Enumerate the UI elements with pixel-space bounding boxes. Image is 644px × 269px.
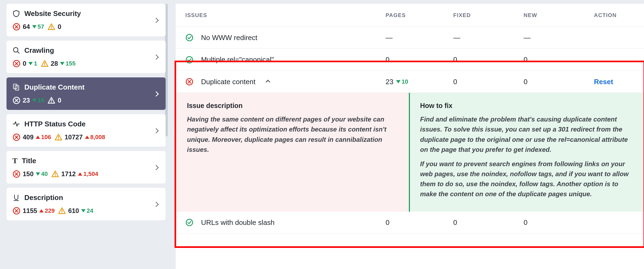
warning-icon <box>51 170 59 178</box>
warning-count: 0 <box>58 22 61 31</box>
issue-description-panel: Issue descriptionHaving the same content… <box>176 93 410 212</box>
pages-value: — <box>386 33 393 42</box>
warning-delta: 155 <box>60 60 75 68</box>
error-delta: 10 <box>32 96 44 105</box>
error-icon <box>12 96 21 104</box>
fixed-value: 0 <box>453 55 524 64</box>
warning-count: 28 <box>51 59 58 68</box>
warning-count: 10727 <box>65 133 83 142</box>
sidebar-item-http[interactable]: HTTP Status Code409106107278,008 <box>6 114 166 147</box>
issue-description-body: Having the same content on different pag… <box>187 114 397 155</box>
sidebar-item-label: Website Security <box>24 9 160 18</box>
error-count: 150 <box>23 169 34 179</box>
warning-icon <box>47 23 55 31</box>
warning-delta: 8,008 <box>85 133 105 142</box>
warning-icon <box>54 133 63 141</box>
error-delta: 40 <box>36 170 48 178</box>
chevron-right-icon <box>154 126 158 135</box>
issue-name: Multiple rel="canonical" <box>201 55 274 64</box>
new-value: 0 <box>524 55 594 64</box>
warning-count: 610 <box>68 206 79 215</box>
table-row[interactable]: URLs with double slash000 <box>176 212 644 234</box>
issue-name: Duplicate content <box>201 77 255 87</box>
sidebar-item-label: HTTP Status Code <box>24 119 160 129</box>
error-count: 23 <box>23 96 30 105</box>
how-to-fix-body-1: Find and eliminate the problem that's ca… <box>420 114 633 155</box>
warning-count: 1712 <box>61 169 76 179</box>
table-header: ISSUES PAGES FIXED NEW ACTION <box>176 4 644 27</box>
col-action: ACTION <box>594 11 644 19</box>
sidebar-stats: 64570 <box>12 22 160 31</box>
col-pages: PAGES <box>386 11 453 19</box>
error-count: 0 <box>23 59 26 68</box>
error-icon <box>12 23 21 31</box>
sidebar-item-label: Description <box>24 193 160 202</box>
chevron-right-icon <box>154 15 158 25</box>
warning-delta: 1,504 <box>78 170 98 178</box>
error-delta: 57 <box>32 23 44 31</box>
fixed-value: — <box>453 33 524 42</box>
col-new: NEW <box>524 11 594 19</box>
warning-icon <box>47 97 55 104</box>
search-icon <box>12 47 20 54</box>
sidebar-stats: 115522961024 <box>12 206 160 215</box>
error-delta: 106 <box>36 133 51 142</box>
issue-name: No WWW redirect <box>201 33 257 42</box>
how-to-fix-body-2: If you want to prevent search engines fr… <box>420 159 633 199</box>
sidebar-item-label: Crawling <box>24 45 160 55</box>
issue-description-title: Issue description <box>187 101 397 110</box>
chevron-right-icon <box>154 52 158 61</box>
table-row[interactable]: Multiple rel="canonical"000 <box>176 49 644 71</box>
reset-link[interactable]: Reset <box>594 78 613 86</box>
error-count: 409 <box>23 133 34 142</box>
error-icon <box>12 207 21 215</box>
sidebar-item-crawling[interactable]: Crawling0128155 <box>6 41 166 73</box>
error-count: 1155 <box>23 206 37 215</box>
fixed-value: 0 <box>453 77 524 87</box>
table-row[interactable]: No WWW redirect——— <box>176 27 644 49</box>
copy-icon <box>12 83 20 91</box>
error-delta: 1 <box>28 60 37 68</box>
how-to-fix-title: How to fix <box>420 101 633 110</box>
collapse-icon[interactable] <box>265 80 270 84</box>
status-icon <box>185 56 193 64</box>
chevron-right-icon <box>154 199 158 209</box>
sidebar-item-security[interactable]: Website Security64570 <box>6 4 166 36</box>
activity-icon <box>12 120 20 128</box>
pages-value: 0 <box>386 55 389 64</box>
table-row[interactable]: Duplicate content231000Reset <box>176 71 644 93</box>
warning-icon <box>41 60 49 67</box>
chevron-right-icon <box>154 89 158 98</box>
shield-icon <box>12 10 20 17</box>
warning-count: 0 <box>58 96 61 105</box>
sidebar-item-duplicate[interactable]: Duplicate Content23100 <box>6 77 166 110</box>
chevron-right-icon <box>154 163 158 172</box>
underline-icon <box>12 194 20 201</box>
how-to-fix-panel: How to fixFind and eliminate the problem… <box>410 93 644 212</box>
col-fixed: FIXED <box>453 11 524 19</box>
sidebar-item-title[interactable]: TTitle1504017121,504 <box>6 151 166 183</box>
title-icon: T <box>12 157 18 165</box>
status-icon <box>185 34 193 42</box>
sidebar-stats: 0128155 <box>12 59 160 68</box>
issue-detail-panel: Issue descriptionHaving the same content… <box>176 93 644 212</box>
pages-value: 0 <box>386 218 389 227</box>
error-icon <box>12 133 21 141</box>
error-icon <box>12 170 21 178</box>
new-value: — <box>524 33 594 42</box>
issue-name: URLs with double slash <box>201 218 275 227</box>
fixed-value: 0 <box>453 218 524 227</box>
pages-value: 23 <box>386 77 393 87</box>
new-value: 0 <box>524 218 594 227</box>
sidebar-stats: 409106107278,008 <box>12 133 160 142</box>
warning-delta: 24 <box>81 207 93 215</box>
error-delta: 229 <box>39 207 55 215</box>
error-count: 64 <box>23 22 30 31</box>
new-value: 0 <box>524 77 594 87</box>
sidebar-stats: 1504017121,504 <box>12 169 160 179</box>
sidebar-stats: 23100 <box>12 96 160 105</box>
pages-delta: 10 <box>396 78 408 86</box>
sidebar-item-description[interactable]: Description115522961024 <box>6 188 166 220</box>
issues-panel: ISSUES PAGES FIXED NEW ACTION No WWW red… <box>175 4 644 269</box>
sidebar-item-label: Duplicate Content <box>24 82 160 92</box>
